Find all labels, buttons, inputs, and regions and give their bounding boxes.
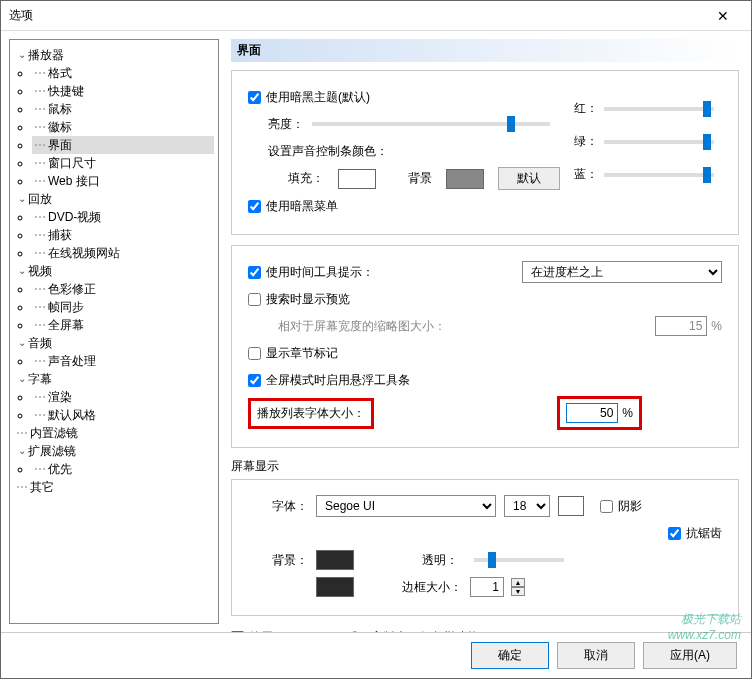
red-label: 红：: [574, 100, 598, 117]
border-label: 边框大小：: [402, 579, 462, 596]
tree-sync[interactable]: ⋯帧同步: [32, 298, 214, 316]
tree-shortcut[interactable]: ⋯快捷键: [32, 82, 214, 100]
fs-toolbar-checkbox[interactable]: 全屏模式时启用悬浮工具条: [248, 372, 410, 389]
theme-group: 使用暗黑主题(默认) 亮度： 设置声音控制条颜色： 填充： 背景 默认 使用暗黑…: [231, 70, 739, 235]
preview-size-label: 相对于屏幕宽度的缩略图大小：: [278, 318, 446, 335]
tree-winsize[interactable]: ⋯窗口尺寸: [32, 154, 214, 172]
dark-menu-checkbox[interactable]: 使用暗黑菜单: [248, 198, 338, 215]
time-tooltip-checkbox[interactable]: 使用时间工具提示：: [248, 264, 374, 281]
tree-other[interactable]: ⋯其它: [14, 478, 214, 496]
close-icon[interactable]: ✕: [703, 8, 743, 24]
cancel-button[interactable]: 取消: [557, 642, 635, 669]
red-slider[interactable]: [604, 107, 714, 111]
tree-mouse[interactable]: ⋯鼠标: [32, 100, 214, 118]
tree-audio[interactable]: ⌄音频: [14, 334, 214, 352]
tree-video[interactable]: ⌄视频: [14, 262, 214, 280]
ok-button[interactable]: 确定: [471, 642, 549, 669]
tree-substyle[interactable]: ⋯默认风格: [32, 406, 214, 424]
category-tree[interactable]: ⌄播放器 ⋯格式 ⋯快捷键 ⋯鼠标 ⋯徽标 ⋯界面 ⋯窗口尺寸 ⋯Web 接口 …: [9, 39, 219, 624]
tree-dvd[interactable]: ⋯DVD-视频: [32, 208, 214, 226]
tooltip-position-select[interactable]: 在进度栏之上: [522, 261, 722, 283]
bg-swatch[interactable]: [446, 169, 484, 189]
tree-format[interactable]: ⋯格式: [32, 64, 214, 82]
osd-bg-swatch[interactable]: [316, 550, 354, 570]
tree-playback[interactable]: ⌄回放: [14, 190, 214, 208]
tree-fullscreen[interactable]: ⋯全屏幕: [32, 316, 214, 334]
chapter-checkbox[interactable]: 显示章节标记: [248, 345, 338, 362]
tooltip-group: 使用时间工具提示： 在进度栏之上 搜索时显示预览 相对于屏幕宽度的缩略图大小： …: [231, 245, 739, 448]
tree-online[interactable]: ⋯在线视频网站: [32, 244, 214, 262]
osd-title: 屏幕显示: [231, 458, 739, 475]
dark-theme-checkbox[interactable]: 使用暗黑主题(默认): [248, 89, 370, 106]
font-select[interactable]: Segoe UI: [316, 495, 496, 517]
playlist-font-input[interactable]: [566, 403, 618, 423]
osd-group: 字体： Segoe UI 18 阴影 抗锯齿 背景： 透明：: [231, 479, 739, 616]
blue-label: 蓝：: [574, 166, 598, 183]
tree-intfilter[interactable]: ⋯内置滤镜: [14, 424, 214, 442]
search-preview-checkbox[interactable]: 搜索时显示预览: [248, 291, 350, 308]
tree-capture[interactable]: ⋯捕获: [32, 226, 214, 244]
fill-label: 填充：: [288, 170, 324, 187]
tree-audioproc[interactable]: ⋯声音处理: [32, 352, 214, 370]
green-slider[interactable]: [604, 140, 714, 144]
tree-subtitle[interactable]: ⌄字幕: [14, 370, 214, 388]
tree-color[interactable]: ⋯色彩修正: [32, 280, 214, 298]
brightness-label: 亮度：: [268, 116, 304, 133]
preview-size-input[interactable]: [655, 316, 707, 336]
osd-bg-label: 背景：: [248, 552, 308, 569]
font-size-select[interactable]: 18: [504, 495, 550, 517]
default-button[interactable]: 默认: [498, 167, 560, 190]
transparent-slider[interactable]: [474, 558, 564, 562]
window-title: 选项: [9, 7, 703, 24]
tree-interface[interactable]: ⋯界面: [32, 136, 214, 154]
dialog-footer: 确定 取消 应用(A): [1, 632, 751, 678]
tree-priority[interactable]: ⋯优先: [32, 460, 214, 478]
apply-button[interactable]: 应用(A): [643, 642, 737, 669]
antialias-checkbox[interactable]: 抗锯齿: [668, 525, 722, 542]
titlebar: 选项 ✕: [1, 1, 751, 31]
font-color-swatch[interactable]: [558, 496, 584, 516]
blue-slider[interactable]: [604, 173, 714, 177]
playlist-font-label: 播放列表字体大小：: [248, 398, 374, 429]
font-label: 字体：: [248, 498, 308, 515]
transparent-label: 透明：: [422, 552, 458, 569]
tree-extfilter[interactable]: ⌄扩展滤镜: [14, 442, 214, 460]
fill-swatch[interactable]: [338, 169, 376, 189]
tree-render[interactable]: ⋯渲染: [32, 388, 214, 406]
section-title: 界面: [231, 39, 739, 62]
border-input[interactable]: [470, 577, 504, 597]
audio-color-label: 设置声音控制条颜色：: [268, 143, 388, 160]
tree-player[interactable]: ⌄播放器: [14, 46, 214, 64]
brightness-slider[interactable]: [312, 122, 550, 126]
tree-web[interactable]: ⋯Web 接口: [32, 172, 214, 190]
content-panel: 界面 使用暗黑主题(默认) 亮度： 设置声音控制条颜色： 填充： 背景 默认 使…: [219, 31, 751, 632]
options-dialog: 选项 ✕ ⌄播放器 ⋯格式 ⋯快捷键 ⋯鼠标 ⋯徽标 ⋯界面 ⋯窗口尺寸 ⋯We…: [0, 0, 752, 679]
bg-label: 背景: [408, 170, 432, 187]
shadow-checkbox[interactable]: 阴影: [600, 498, 642, 515]
osd-border-swatch[interactable]: [316, 577, 354, 597]
border-spinner[interactable]: ▲▼: [511, 578, 525, 596]
green-label: 绿：: [574, 133, 598, 150]
tree-icon[interactable]: ⋯徽标: [32, 118, 214, 136]
